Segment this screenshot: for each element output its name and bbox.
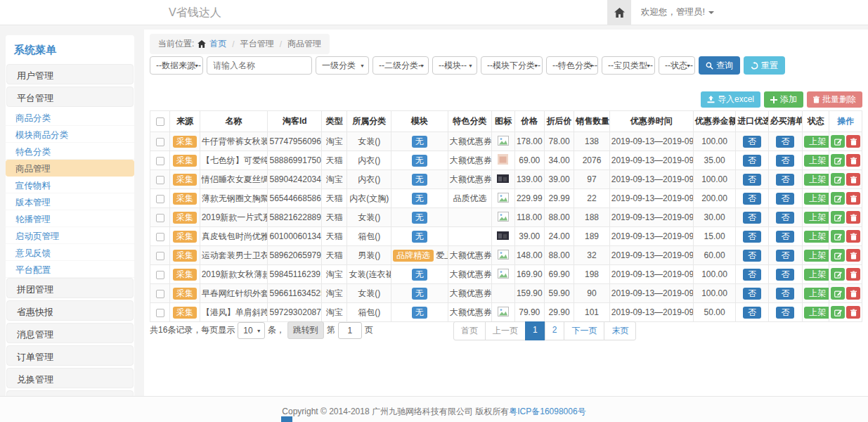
page-number-input[interactable] — [338, 322, 362, 339]
filter-select-宝贝类型[interactable]: --宝贝类型-- — [602, 56, 655, 75]
delete-button[interactable] — [846, 192, 860, 205]
delete-button[interactable] — [846, 211, 860, 224]
edit-button[interactable] — [831, 135, 845, 148]
sidebar-item-特色分类[interactable]: 特色分类 — [6, 143, 134, 160]
sidebar-item-启动页管理[interactable]: 启动页管理 — [6, 227, 134, 244]
name-search-input[interactable] — [207, 56, 312, 75]
status-button[interactable]: 上架 — [804, 212, 829, 224]
import-pick-toggle[interactable]: 否 — [743, 307, 761, 319]
jump-button[interactable]: 跳转到 — [287, 321, 324, 339]
sidebar-item-轮播管理[interactable]: 轮播管理 — [6, 210, 134, 227]
sidebar-item-商品分类[interactable]: 商品分类 — [6, 109, 134, 126]
must-buy-toggle[interactable]: 否 — [776, 307, 794, 319]
sidebar-item-用户管理[interactable]: 用户管理 — [6, 64, 134, 84]
status-button[interactable]: 上架 — [804, 155, 829, 167]
row-checkbox[interactable] — [156, 176, 164, 184]
breadcrumb-home-link[interactable]: 首页 — [209, 38, 226, 50]
filter-select-data-source[interactable]: --数据来源-- — [150, 56, 203, 75]
edit-button[interactable] — [831, 154, 845, 167]
user-menu[interactable]: 欢迎您，管理员! — [631, 6, 724, 18]
per-page-select[interactable]: 10 — [238, 322, 264, 339]
edit-button[interactable] — [831, 287, 845, 300]
import-pick-toggle[interactable]: 否 — [743, 193, 761, 205]
pager-button-1[interactable]: 1 — [525, 321, 545, 340]
select-all-checkbox[interactable] — [156, 117, 164, 126]
must-buy-toggle[interactable]: 否 — [776, 136, 794, 148]
status-button[interactable]: 上架 — [804, 288, 829, 300]
delete-button[interactable] — [846, 268, 860, 281]
sidebar-item-平台管理[interactable]: 平台管理 — [6, 87, 134, 107]
sidebar-item-模块商品分类[interactable]: 模块商品分类 — [6, 126, 134, 143]
row-checkbox[interactable] — [156, 309, 164, 317]
delete-button[interactable] — [846, 173, 860, 186]
must-buy-toggle[interactable]: 否 — [776, 174, 794, 186]
sidebar-item-订单管理[interactable]: 订单管理 — [6, 345, 134, 366]
pager-button-上一页[interactable]: 上一页 — [485, 321, 526, 340]
must-buy-toggle[interactable]: 否 — [776, 193, 794, 205]
filter-select-模块[interactable]: --模块-- — [432, 56, 477, 75]
status-button[interactable]: 上架 — [804, 269, 829, 281]
edit-button[interactable] — [831, 268, 845, 281]
import-pick-toggle[interactable]: 否 — [743, 250, 761, 262]
status-button[interactable]: 上架 — [804, 231, 829, 243]
status-button[interactable]: 上架 — [804, 307, 829, 319]
filter-select-状态[interactable]: --状态-- — [659, 56, 695, 75]
reset-button[interactable]: 重置 — [744, 56, 785, 75]
row-checkbox[interactable] — [156, 252, 164, 260]
import-pick-toggle[interactable]: 否 — [743, 231, 761, 243]
icp-link[interactable]: 粤ICP备16098006号 — [509, 407, 585, 416]
delete-button[interactable] — [846, 135, 860, 148]
sidebar-item-意见反馈[interactable]: 意见反馈 — [6, 244, 134, 261]
sidebar-item-消息管理[interactable]: 消息管理 — [6, 323, 134, 343]
must-buy-toggle[interactable]: 否 — [776, 269, 794, 281]
filter-select-模块下分类[interactable]: --模块下分类-- — [481, 56, 543, 75]
filter-select-特色分类[interactable]: --特色分类-- — [546, 56, 598, 75]
add-button[interactable]: 添加 — [764, 91, 803, 108]
import-pick-toggle[interactable]: 否 — [743, 136, 761, 148]
batch-delete-button[interactable]: 批量删除 — [807, 91, 862, 108]
sidebar-item-拼团管理[interactable]: 拼团管理 — [6, 278, 134, 298]
row-checkbox[interactable] — [156, 214, 164, 222]
delete-button[interactable] — [846, 287, 860, 300]
pager-button-末页[interactable]: 末页 — [604, 321, 636, 340]
filter-select-二级分类[interactable]: --二级分类-- — [373, 56, 429, 75]
sidebar-item-平台配置[interactable]: 平台配置 — [6, 261, 134, 278]
row-checkbox[interactable] — [156, 233, 164, 241]
edit-button[interactable] — [831, 230, 845, 243]
edit-button[interactable] — [831, 211, 845, 224]
filter-select-一级分类[interactable]: 一级分类 — [316, 56, 369, 75]
delete-button[interactable] — [846, 249, 860, 262]
edit-button[interactable] — [831, 306, 845, 319]
must-buy-toggle[interactable]: 否 — [776, 288, 794, 300]
pager-button-2[interactable]: 2 — [545, 321, 565, 340]
import-pick-toggle[interactable]: 否 — [743, 288, 761, 300]
import-pick-toggle[interactable]: 否 — [743, 155, 761, 167]
delete-button[interactable] — [846, 306, 860, 319]
row-checkbox[interactable] — [156, 195, 164, 203]
must-buy-toggle[interactable]: 否 — [776, 250, 794, 262]
import-pick-toggle[interactable]: 否 — [743, 174, 761, 186]
status-button[interactable]: 上架 — [804, 136, 829, 148]
row-checkbox[interactable] — [156, 290, 164, 298]
edit-button[interactable] — [831, 249, 845, 262]
delete-button[interactable] — [846, 230, 860, 243]
row-checkbox[interactable] — [156, 157, 164, 165]
sidebar-item-商品管理[interactable]: 商品管理 — [6, 160, 134, 177]
must-buy-toggle[interactable]: 否 — [776, 155, 794, 167]
sidebar-item-兑换管理[interactable]: 兑换管理 — [6, 368, 134, 388]
navbar-home-button[interactable] — [607, 0, 631, 25]
pager-button-下一页[interactable]: 下一页 — [564, 321, 604, 340]
status-button[interactable]: 上架 — [804, 250, 829, 262]
import-pick-toggle[interactable]: 否 — [743, 212, 761, 224]
status-button[interactable]: 上架 — [804, 174, 829, 186]
must-buy-toggle[interactable]: 否 — [776, 212, 794, 224]
import-excel-button[interactable]: 导入excel — [701, 91, 760, 108]
edit-button[interactable] — [831, 173, 845, 186]
sidebar-item-省惠快报[interactable]: 省惠快报 — [6, 300, 134, 321]
query-button[interactable]: 查询 — [699, 56, 740, 75]
edit-button[interactable] — [831, 192, 845, 205]
must-buy-toggle[interactable]: 否 — [776, 231, 794, 243]
pager-button-首页[interactable]: 首页 — [453, 321, 486, 340]
status-button[interactable]: 上架 — [804, 193, 829, 205]
row-checkbox[interactable] — [156, 271, 164, 279]
